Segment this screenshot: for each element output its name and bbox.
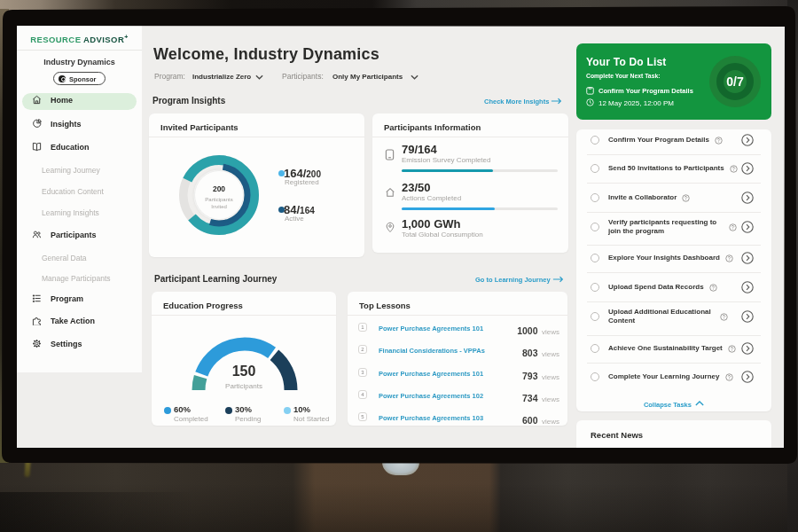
svg-text:0/7: 0/7	[726, 74, 744, 89]
svg-text:Invited: Invited	[211, 204, 227, 209]
svg-text:200: 200	[213, 184, 225, 193]
svg-text:Participants: Participants	[205, 197, 232, 202]
